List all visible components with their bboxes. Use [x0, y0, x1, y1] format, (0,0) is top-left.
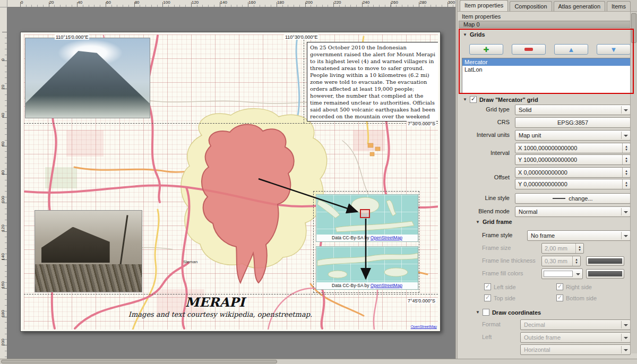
collapse-triangle-icon[interactable]: ▼ — [476, 310, 480, 315]
up-arrow-icon: ▲ — [568, 46, 575, 53]
grid-coordinate-label: 7°30'0.000"S — [407, 121, 436, 126]
place-label: Sleman — [183, 259, 197, 264]
frame-thickness-spinbox[interactable]: 0,30 mm▴▾ — [541, 256, 581, 266]
guide-line — [24, 123, 438, 124]
tab-item-properties[interactable]: Item properties — [460, 0, 508, 11]
frame-fill-color2-button[interactable] — [586, 269, 624, 279]
draw-grid-label: Draw "Mercator" grid — [479, 97, 538, 103]
map-title[interactable]: MERAPI — [157, 294, 273, 310]
panel-vertical-scrollbar[interactable] — [630, 12, 637, 353]
move-grid-up-button[interactable]: ▲ — [554, 44, 588, 55]
remove-grid-button[interactable] — [512, 44, 546, 55]
blend-mode-select[interactable]: Normal — [515, 206, 631, 217]
list-item-mercator[interactable]: Mercator — [462, 58, 630, 66]
right-side-checkbox[interactable] — [556, 283, 563, 290]
grid-coordinate-label: 110°30'0.000"E — [284, 34, 318, 40]
draw-grid-checkbox[interactable] — [470, 96, 477, 103]
tab-atlas-generation[interactable]: Atlas generation — [554, 1, 606, 11]
left-position-select[interactable]: Outside frame — [520, 332, 631, 343]
inset-caption: Data CC-By-SA by OpenStreetMap — [316, 235, 418, 241]
frame-fill-label: Frame fill colors — [482, 270, 523, 276]
composer-canvas[interactable]: 0204060801001201401601802002202402602803… — [0, 0, 455, 359]
move-grid-down-button[interactable]: ▼ — [597, 44, 631, 55]
grid-frame-section-header[interactable]: ▼ Grid frame — [476, 219, 512, 225]
draw-coordinates-checkbox[interactable] — [483, 309, 489, 316]
spinner-arrows-icon: ▴▾ — [575, 244, 583, 253]
interval-y-value: Y 1000,000000000000 — [518, 157, 577, 163]
spinner-arrows-icon[interactable]: ▴▾ — [622, 168, 630, 177]
frame-size-spinbox[interactable]: 2,00 mm▴▾ — [541, 243, 584, 254]
overview-inset-map[interactable]: Data CC-By-SA by OpenStreetMap — [316, 194, 418, 242]
list-item-latlon[interactable]: LatLon — [462, 66, 630, 73]
scrollbar-thumb[interactable] — [1, 360, 277, 363]
offset-y-spinbox[interactable]: Y 0,000000000000▴▾ — [515, 179, 631, 189]
interval-x-value: X 1000,000000000000 — [518, 145, 577, 151]
vertical-ruler-numbers: 020406080100120140160180200 — [0, 32, 7, 345]
openstreetmap-link[interactable]: OpenStreetMap — [371, 235, 402, 240]
draw-grid-section-header: ▼ Draw "Mercator" grid — [463, 96, 538, 103]
java-inset-map[interactable]: Data CC-By-SA by OpenStreetMap — [316, 246, 418, 290]
offset-x-spinbox[interactable]: X 0,000000000000▴▾ — [515, 167, 631, 178]
spinner-arrows-icon[interactable]: ▴▾ — [622, 143, 630, 153]
grid-type-select[interactable]: Solid — [515, 105, 631, 115]
volcano-photo[interactable] — [25, 38, 150, 118]
grids-section-header[interactable]: ▼ Grids — [463, 31, 485, 38]
debris-pole — [119, 215, 128, 265]
line-sample-icon — [553, 198, 565, 199]
frame-color-button[interactable] — [586, 256, 624, 266]
interval-units-select[interactable]: Map unit — [515, 130, 631, 141]
frame-style-select[interactable]: No frame — [527, 230, 631, 241]
article-text: On 25 October 2010 the Indonesian govern… — [310, 45, 435, 122]
spinner-arrows-icon[interactable]: ▴▾ — [622, 179, 630, 189]
horizontal-scrollbar[interactable] — [0, 359, 637, 364]
add-grid-button[interactable]: ✚ — [469, 44, 503, 55]
plus-icon: ✚ — [484, 46, 489, 53]
frame-style-value: No frame — [531, 232, 555, 239]
top-side-checkbox[interactable] — [484, 294, 491, 301]
grid-coordinate-label: 110°15'0.000"E — [55, 34, 89, 40]
tab-composition[interactable]: Composition — [510, 1, 552, 11]
left-side-label: Left side — [494, 284, 516, 290]
collapse-triangle-icon[interactable]: ▼ — [463, 32, 467, 37]
color-swatch-dark — [588, 271, 622, 276]
vertical-ruler: 020406080100120140160180200 — [0, 7, 7, 359]
bottom-side-checkbox[interactable] — [556, 294, 563, 301]
interval-x-spinbox[interactable]: X 1000,000000000000▴▾ — [515, 143, 631, 153]
collapsed-roof — [41, 227, 110, 263]
crs-label: CRS — [463, 119, 510, 125]
orientation-select[interactable]: Horizontal — [520, 344, 631, 355]
blend-mode-label: Blend mode — [463, 208, 510, 214]
format-select[interactable]: Decimal — [520, 319, 631, 330]
interval-y-spinbox[interactable]: Y 1000,000000000000▴▾ — [515, 154, 631, 165]
frame-thickness-label: Frame line thickness — [482, 257, 536, 264]
top-side-label: Top side — [494, 295, 515, 301]
composer-page[interactable]: On 25 October 2010 the Indonesian govern… — [20, 32, 441, 332]
destroyed-house-photo[interactable] — [35, 210, 142, 292]
openstreetmap-link[interactable]: OpenStreetMap — [371, 283, 402, 288]
grid-frame-label: Grid frame — [483, 219, 512, 225]
map-subtitle[interactable]: Images and text courtesy wikipedia, open… — [109, 310, 332, 318]
scrollbar-thumb[interactable] — [631, 13, 636, 43]
interval-units-value: Map unit — [519, 132, 541, 138]
minus-icon — [524, 48, 533, 51]
map-item[interactable]: On 25 October 2010 the Indonesian govern… — [24, 34, 438, 330]
crs-button[interactable]: EPSG:3857 — [515, 117, 631, 128]
item-properties-panel: Item properties Composition Atlas genera… — [458, 0, 637, 359]
line-style-button[interactable]: change... — [515, 193, 631, 204]
blend-mode-value: Normal — [519, 209, 537, 215]
item-group-header: Map 0 — [459, 21, 631, 28]
article-text-item[interactable]: On 25 October 2010 the Indonesian govern… — [307, 42, 438, 122]
horizontal-ruler-numbers: 0204060801001201401601802002202402602803… — [21, 0, 455, 5]
frame-fill-color1-select[interactable] — [541, 268, 583, 279]
caption-text: Data CC-By-SA by — [332, 283, 371, 288]
orientation-value: Horizontal — [524, 346, 550, 353]
tab-items[interactable]: Items — [607, 1, 631, 11]
panel-tabs: Item properties Composition Atlas genera… — [458, 0, 637, 12]
collapse-triangle-icon[interactable]: ▼ — [476, 220, 480, 224]
osm-credit-link[interactable]: OpenStreetMap — [411, 325, 437, 328]
collapse-triangle-icon[interactable]: ▼ — [463, 97, 467, 102]
left-side-checkbox[interactable] — [484, 283, 491, 290]
spinner-arrows-icon: ▴▾ — [572, 256, 580, 266]
spinner-arrows-icon[interactable]: ▴▾ — [622, 155, 630, 164]
line-style-value: change... — [569, 195, 592, 202]
